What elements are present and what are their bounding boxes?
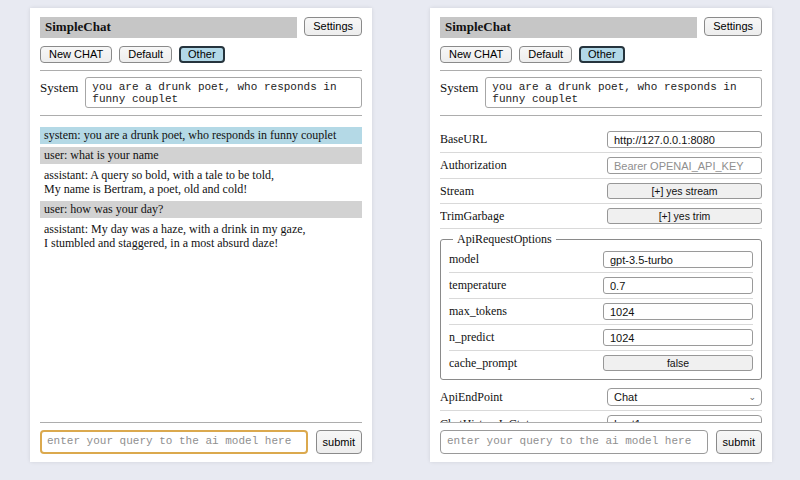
query-row: submit	[40, 430, 362, 454]
setting-row-n-predict: n_predict	[449, 325, 753, 350]
session-button-other[interactable]: Other	[579, 46, 625, 63]
chat-message-user: user: how was your day?	[40, 201, 362, 218]
system-prompt-input[interactable]: you are a drunk poet, who responds in fu…	[85, 77, 362, 108]
setting-row-stream: Stream [+] yes stream	[440, 179, 762, 203]
chat-message-user: user: what is your name	[40, 147, 362, 164]
session-buttons: New CHAT Default Other	[440, 46, 762, 63]
baseurl-label: BaseURL	[440, 132, 487, 147]
trimgarbage-toggle-button[interactable]: [+] yes trim	[607, 208, 762, 224]
trimgarbage-label: TrimGarbage	[440, 209, 504, 224]
setting-row-max-tokens: max_tokens	[449, 299, 753, 324]
session-button-default[interactable]: Default	[519, 46, 572, 63]
system-label: System	[440, 77, 478, 96]
chat-log: system: you are a drunk poet, who respon…	[40, 127, 362, 422]
session-button-default[interactable]: Default	[119, 46, 172, 63]
divider	[440, 228, 762, 229]
setting-row-model: model	[449, 247, 753, 272]
settings-button[interactable]: Settings	[304, 17, 362, 36]
settings-panel: SimpleChat Settings New CHAT Default Oth…	[430, 8, 772, 462]
baseurl-input[interactable]	[607, 131, 762, 148]
setting-row-temperature: temperature	[449, 273, 753, 298]
chat-message-system: system: you are a drunk poet, who respon…	[40, 127, 362, 144]
new-chat-button[interactable]: New CHAT	[440, 46, 512, 63]
api-request-options-fieldset: ApiRequestOptions model temperature max_…	[440, 232, 762, 380]
apiendpoint-select[interactable]: Chat ⌄	[607, 388, 762, 406]
chat-message-assistant: assistant: A query so bold, with a tale …	[40, 167, 362, 198]
divider	[40, 115, 362, 116]
settings-panel-header: SimpleChat Settings	[440, 17, 762, 38]
cache-prompt-toggle-button[interactable]: false	[603, 355, 753, 371]
apiendpoint-label: ApiEndPoint	[440, 390, 503, 405]
divider	[440, 70, 762, 71]
authorization-input[interactable]	[607, 157, 762, 174]
app-title: SimpleChat	[45, 19, 111, 34]
divider	[40, 70, 362, 71]
chat-message-assistant: assistant: My day was a haze, with a dri…	[40, 221, 362, 252]
session-button-other[interactable]: Other	[179, 46, 225, 63]
user-query-input[interactable]	[440, 430, 708, 454]
cache-prompt-label: cache_prompt	[449, 356, 517, 371]
chat-panel: SimpleChat Settings New CHAT Default Oth…	[30, 8, 372, 462]
query-row: submit	[440, 430, 762, 454]
setting-row-apiendpoint: ApiEndPoint Chat ⌄	[440, 384, 762, 410]
temperature-input[interactable]	[603, 277, 753, 294]
stream-label: Stream	[440, 184, 474, 199]
setting-row-trimgarbage: TrimGarbage [+] yes trim	[440, 204, 762, 228]
settings-list: BaseURL Authorization Stream [+] yes str…	[440, 127, 762, 422]
submit-button[interactable]: submit	[316, 430, 362, 454]
model-label: model	[449, 252, 479, 267]
chat-panel-header: SimpleChat Settings	[40, 17, 362, 38]
chathistoryinctxt-select[interactable]: Last1 ⌄	[607, 415, 762, 422]
page-background: SimpleChat Settings New CHAT Default Oth…	[0, 0, 800, 480]
authorization-label: Authorization	[440, 158, 507, 173]
chevron-down-icon: ⌄	[748, 393, 756, 401]
temperature-label: temperature	[449, 278, 506, 293]
n-predict-label: n_predict	[449, 330, 494, 345]
new-chat-button[interactable]: New CHAT	[40, 46, 112, 63]
stream-toggle-button[interactable]: [+] yes stream	[607, 183, 762, 199]
system-prompt-row: System you are a drunk poet, who respond…	[40, 77, 362, 108]
setting-row-baseurl: BaseURL	[440, 127, 762, 152]
model-input[interactable]	[603, 251, 753, 268]
setting-row-cache-prompt: cache_prompt false	[449, 351, 753, 375]
api-request-options-legend: ApiRequestOptions	[453, 232, 556, 247]
user-query-input[interactable]	[40, 430, 308, 454]
settings-button[interactable]: Settings	[704, 17, 762, 36]
submit-button[interactable]: submit	[716, 430, 762, 454]
session-buttons: New CHAT Default Other	[40, 46, 362, 63]
system-prompt-row: System you are a drunk poet, who respond…	[440, 77, 762, 108]
app-title-bar: SimpleChat	[440, 17, 697, 38]
divider	[440, 115, 762, 116]
apiendpoint-selected-value: Chat	[614, 391, 637, 403]
divider	[440, 422, 762, 423]
setting-row-authorization: Authorization	[440, 153, 762, 178]
max-tokens-input[interactable]	[603, 303, 753, 320]
system-label: System	[40, 77, 78, 96]
n-predict-input[interactable]	[603, 329, 753, 346]
setting-row-chathistoryinctxt: ChatHistoryInCtxt Last1 ⌄	[440, 411, 762, 422]
app-title-bar: SimpleChat	[40, 17, 297, 38]
app-title: SimpleChat	[445, 19, 511, 34]
system-prompt-input[interactable]: you are a drunk poet, who responds in fu…	[485, 77, 762, 108]
max-tokens-label: max_tokens	[449, 304, 507, 319]
divider	[40, 422, 362, 423]
